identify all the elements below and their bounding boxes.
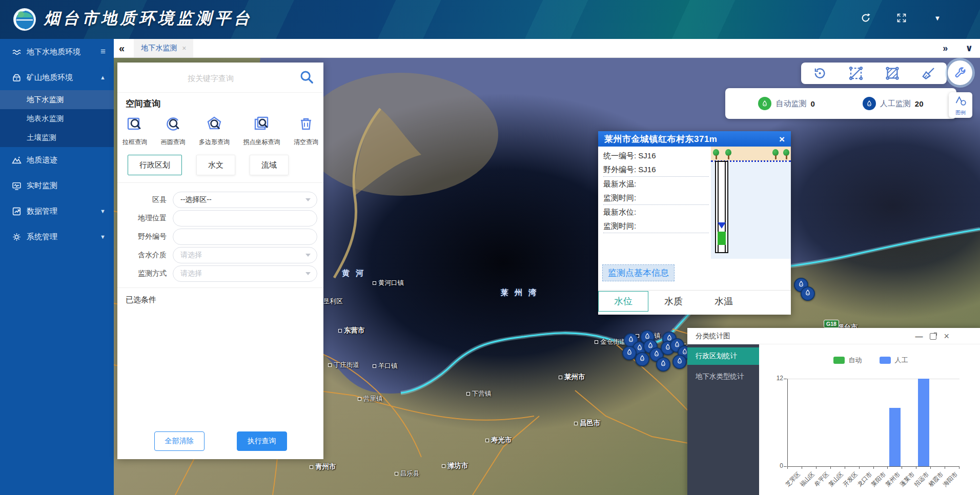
chart-side-tab-0[interactable]: 行政区划统计: [687, 347, 759, 365]
spatial-tool-2[interactable]: 多边形查询: [199, 115, 230, 147]
x-tick-mark: [816, 466, 816, 469]
caret-down-icon[interactable]: ▼: [100, 234, 106, 240]
station-marker[interactable]: [622, 346, 637, 360]
map-label-text: 东营市: [344, 326, 365, 335]
station-popup: 莱州市金城镇红布村东371m × 统一编号: SJ16野外编号: SJ16最新水…: [598, 131, 791, 315]
tab-close-icon[interactable]: ×: [182, 44, 186, 52]
map-label-8: 下营镇: [466, 389, 492, 398]
menu-icon[interactable]: ≡: [100, 47, 106, 57]
query-tab-2[interactable]: 流域: [250, 155, 289, 175]
legend-item-1[interactable]: 人工: [880, 356, 908, 365]
polygon-search-icon: [205, 115, 223, 135]
sidebar-item-5[interactable]: 系统管理▼: [0, 224, 114, 250]
map-label-text: 寿光市: [491, 436, 512, 445]
map-label-text: 昌邑市: [580, 419, 601, 428]
sidebar-item-2[interactable]: 地质遗迹: [0, 147, 114, 173]
refresh-icon[interactable]: [859, 11, 872, 25]
popup-close-icon[interactable]: ×: [779, 134, 785, 144]
minimize-icon[interactable]: —: [915, 332, 923, 341]
map-label-text: 昌乐县: [400, 469, 420, 478]
water-level-marker-icon: [718, 222, 726, 229]
query-tab-1[interactable]: 水文: [196, 155, 235, 175]
sidebar-item-0[interactable]: 地下水地质环境≡: [0, 39, 114, 65]
chart-side-tab-1[interactable]: 地下水类型统计: [687, 368, 759, 385]
map-label-text: 丁庄街道: [334, 361, 359, 369]
keyword-search-input[interactable]: [133, 70, 289, 86]
sidebar-subitem-0[interactable]: 地下水监测: [0, 90, 114, 109]
measure-area-icon[interactable]: [885, 66, 900, 81]
station-marker[interactable]: [672, 355, 687, 369]
measure-distance-icon[interactable]: [848, 66, 864, 81]
chart-window-controls: — ×: [915, 328, 949, 344]
maximize-icon[interactable]: [930, 333, 936, 340]
form-select-0[interactable]: --选择区--: [173, 192, 317, 208]
map-toolbar: [801, 63, 947, 84]
map-label-11: 莱州市: [559, 373, 585, 382]
history-icon[interactable]: [812, 66, 827, 81]
x-category-label: 开发区: [841, 470, 859, 488]
legend-button[interactable]: 图例: [949, 92, 972, 118]
query-tab-0[interactable]: 行政区划: [128, 155, 182, 175]
droplet-icon: [676, 357, 683, 366]
spatial-tool-1[interactable]: 画圆查询: [161, 115, 186, 147]
form-input-1[interactable]: [180, 214, 310, 223]
tab-expand-icon[interactable]: ∨: [965, 43, 973, 54]
x-tick-mark: [887, 466, 888, 469]
tools-wrench-button[interactable]: [948, 60, 972, 85]
execute-query-button[interactable]: 执行查询: [237, 431, 287, 451]
popup-tab-0[interactable]: 水位: [598, 291, 648, 312]
sidebar-item-label: 矿山地质环境: [27, 73, 73, 82]
search-icon[interactable]: [299, 69, 314, 87]
legend-item-0[interactable]: 自动: [833, 356, 862, 365]
map-label-text: 金仓街道: [600, 338, 626, 346]
y-tick-label: 0: [768, 462, 783, 469]
spatial-tool-0[interactable]: 拉框查询: [122, 115, 147, 147]
spatial-tool-4[interactable]: 清空查询: [294, 115, 318, 147]
caret-down-icon[interactable]: ▼: [931, 11, 944, 25]
form-row-2: 野外编号: [117, 229, 323, 244]
x-tick-mark: [930, 466, 931, 469]
sidebar-item-3[interactable]: 实时监测: [0, 173, 114, 198]
close-icon[interactable]: ×: [944, 331, 949, 342]
tree-icon: [712, 149, 720, 160]
station-marker[interactable]: [635, 352, 649, 366]
popup-tab-2[interactable]: 水温: [699, 291, 749, 312]
sidebar-subitem-2[interactable]: 土壤监测: [0, 128, 114, 147]
tab-overflow-icon[interactable]: »: [943, 43, 948, 54]
map-label-text: 莱州市: [564, 373, 585, 382]
caret-down-icon[interactable]: ▼: [100, 208, 106, 214]
tree-icon: [782, 149, 790, 160]
map-label-10: 昌邑市: [574, 419, 601, 428]
x-tick-mark: [873, 466, 874, 469]
station-marker[interactable]: [656, 357, 670, 372]
map-label-4: 东营市: [338, 326, 365, 335]
map-label-7: 营里镇: [358, 395, 383, 403]
sidebar-item-1[interactable]: 矿山地质环境▲: [0, 65, 114, 90]
map-label-text: 羊口镇: [378, 362, 398, 370]
tab-groundwater-monitoring[interactable]: 地下水监测 ×: [134, 39, 193, 57]
form-input-2[interactable]: [180, 232, 310, 241]
droplet-icon: [627, 336, 635, 345]
spatial-tool-label: 多边形查询: [199, 138, 230, 147]
form-select-3[interactable]: 请选择: [173, 247, 317, 263]
popup-field-2: 最新水温:: [603, 177, 709, 191]
sidebar-item-4[interactable]: 数据管理▼: [0, 198, 114, 224]
fullscreen-icon[interactable]: [895, 11, 908, 25]
station-info-link[interactable]: 监测点基本信息: [602, 264, 675, 281]
bar-chart-plot: [787, 379, 959, 467]
legend-icon: [954, 94, 967, 109]
sidebar-subitem-1[interactable]: 地表水监测: [0, 109, 114, 128]
clear-brush-icon[interactable]: [921, 66, 936, 81]
form-select-value: 请选择: [180, 269, 202, 278]
page-title: 烟台市地质环境监测平台: [44, 8, 253, 29]
spatial-tool-3[interactable]: 拐点坐标查询: [243, 115, 280, 147]
clear-all-button[interactable]: 全部清除: [154, 431, 205, 451]
map-label-text: 黄河口镇: [378, 279, 404, 287]
station-marker[interactable]: [801, 286, 815, 301]
form-select-4[interactable]: 请选择: [173, 265, 317, 282]
chevron-down-icon: [305, 254, 311, 257]
caret-up-icon[interactable]: ▲: [100, 74, 106, 80]
legend-button-label: 图例: [955, 109, 966, 116]
collapse-tabs-icon[interactable]: «: [119, 43, 125, 54]
popup-tab-1[interactable]: 水质: [648, 291, 699, 312]
